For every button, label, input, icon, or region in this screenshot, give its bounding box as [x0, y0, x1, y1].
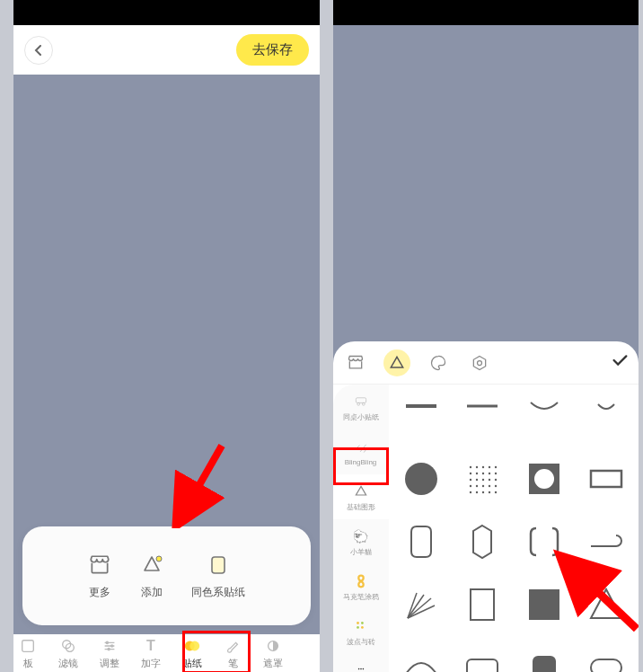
shape-hex-round[interactable]	[396, 514, 447, 570]
svg-rect-59	[533, 656, 556, 672]
shape-arc-small[interactable]	[580, 388, 631, 444]
shape-roundrect-thin[interactable]	[580, 640, 631, 672]
svg-point-7	[107, 647, 110, 650]
svg-point-25	[476, 466, 478, 468]
shape-circle-fill[interactable]	[396, 451, 447, 507]
shape-dots[interactable]	[457, 451, 508, 507]
add-button[interactable]: 添加	[139, 553, 164, 600]
shape-roundrect-outline[interactable]	[457, 640, 508, 672]
text-icon: T	[142, 637, 160, 655]
svg-rect-56	[471, 589, 494, 620]
tab-palette[interactable]	[425, 349, 452, 376]
svg-point-26	[482, 466, 484, 468]
svg-rect-60	[591, 659, 621, 672]
svg-point-16	[357, 622, 359, 624]
cat-tongzhuo[interactable]: 同桌小贴纸	[333, 385, 389, 429]
svg-point-45	[476, 491, 478, 493]
svg-point-47	[489, 491, 490, 493]
svg-point-6	[110, 644, 114, 648]
same-color-button[interactable]: 同色系贴纸	[191, 553, 245, 600]
cat-xiaoyang[interactable]: 🐑 小羊貓	[333, 519, 389, 564]
store-icon	[87, 553, 112, 578]
toolbar-brush[interactable]: 笔	[224, 637, 242, 670]
svg-point-21	[360, 668, 362, 669]
svg-point-36	[482, 479, 484, 481]
bottom-toolbar: 板 滤镜 调整 T 加字 贴纸 笔 遮罩	[13, 634, 320, 672]
phone-left: 去保存 更多 添加 同色系贴纸 板	[13, 0, 320, 672]
same-color-label: 同色系贴纸	[191, 585, 245, 600]
svg-point-5	[106, 641, 110, 644]
svg-point-15	[362, 402, 365, 405]
svg-point-14	[357, 402, 359, 405]
shape-line[interactable]	[457, 388, 508, 444]
shape-hook[interactable]	[580, 514, 631, 570]
panel-tabs	[333, 341, 639, 385]
toolbar-adjust[interactable]: 调整	[100, 637, 119, 670]
mask-icon	[264, 637, 282, 655]
shape-arc-wide[interactable]	[396, 640, 447, 672]
svg-point-33	[495, 473, 497, 474]
shape-square-hole[interactable]	[519, 451, 570, 507]
tab-settings[interactable]	[466, 349, 493, 376]
toolbar-ban[interactable]: 板	[19, 637, 37, 670]
svg-point-38	[495, 479, 497, 481]
svg-point-42	[489, 485, 490, 487]
phone-right: 同桌小贴纸 BlingBling 基础图形 🐑 小羊貓 马克笔涂鸦	[333, 0, 639, 672]
more-button[interactable]: 更多	[87, 553, 112, 600]
svg-rect-57	[529, 589, 559, 620]
category-list[interactable]: 同桌小贴纸 BlingBling 基础图形 🐑 小羊貓 马克笔涂鸦	[333, 385, 389, 672]
shape-brackets[interactable]	[519, 514, 570, 570]
svg-point-22	[362, 668, 364, 669]
svg-point-28	[495, 466, 497, 468]
tab-store[interactable]	[342, 349, 369, 376]
sticker-icon	[183, 637, 201, 655]
toolbar-sticker[interactable]: 贴纸	[182, 637, 202, 670]
top-bar: 去保存	[13, 25, 320, 75]
svg-rect-1	[212, 557, 225, 573]
back-button[interactable]	[24, 36, 53, 65]
template-icon	[19, 637, 37, 655]
svg-rect-13	[356, 397, 366, 402]
svg-point-19	[361, 626, 364, 629]
shape-roundsquare-fill[interactable]	[519, 640, 570, 672]
cat-shouhui[interactable]: 手绘涂鸦	[333, 654, 389, 672]
svg-point-30	[476, 473, 478, 474]
svg-point-17	[361, 622, 364, 624]
shape-hexagon[interactable]	[457, 514, 508, 570]
sticker-panel: 同桌小贴纸 BlingBling 基础图形 🐑 小羊貓 马克笔涂鸦	[333, 341, 639, 672]
toolbar-mask[interactable]: 遮罩	[263, 637, 283, 670]
shape-arc-down[interactable]	[519, 388, 570, 444]
svg-point-39	[470, 485, 471, 487]
shape-bracket-top[interactable]	[396, 388, 447, 444]
shape-grid	[389, 385, 639, 672]
cat-make[interactable]: 马克笔涂鸦	[333, 564, 389, 609]
cat-jichu[interactable]: 基础图形	[333, 474, 389, 519]
svg-point-32	[489, 473, 490, 474]
more-label: 更多	[89, 585, 110, 600]
svg-point-18	[357, 626, 359, 629]
svg-point-31	[482, 473, 484, 474]
toolbar-filter[interactable]: 滤镜	[58, 637, 78, 670]
svg-point-34	[470, 479, 471, 481]
panel-body: 同桌小贴纸 BlingBling 基础图形 🐑 小羊貓 马克笔涂鸦	[333, 385, 639, 672]
svg-point-20	[357, 668, 359, 669]
toolbar-text[interactable]: T 加字	[141, 637, 161, 670]
svg-point-50	[534, 469, 554, 489]
shape-rect-outline[interactable]	[580, 451, 631, 507]
svg-point-44	[470, 491, 471, 493]
shape-rays[interactable]	[396, 577, 447, 632]
cat-bodian[interactable]: 波点与砖	[333, 609, 389, 654]
save-button[interactable]: 去保存	[236, 34, 309, 66]
shape-triangle[interactable]	[580, 577, 631, 632]
shape-rectangle-outline[interactable]	[457, 577, 508, 632]
tab-shapes[interactable]	[383, 349, 410, 376]
confirm-button[interactable]	[610, 350, 630, 375]
cat-bling[interactable]: BlingBling	[333, 429, 389, 474]
filter-icon	[59, 637, 77, 655]
svg-rect-51	[591, 471, 621, 487]
svg-point-35	[476, 479, 478, 481]
svg-point-24	[470, 466, 471, 468]
svg-point-23	[405, 463, 437, 495]
svg-point-40	[476, 485, 478, 487]
shape-square-fill[interactable]	[519, 577, 570, 632]
